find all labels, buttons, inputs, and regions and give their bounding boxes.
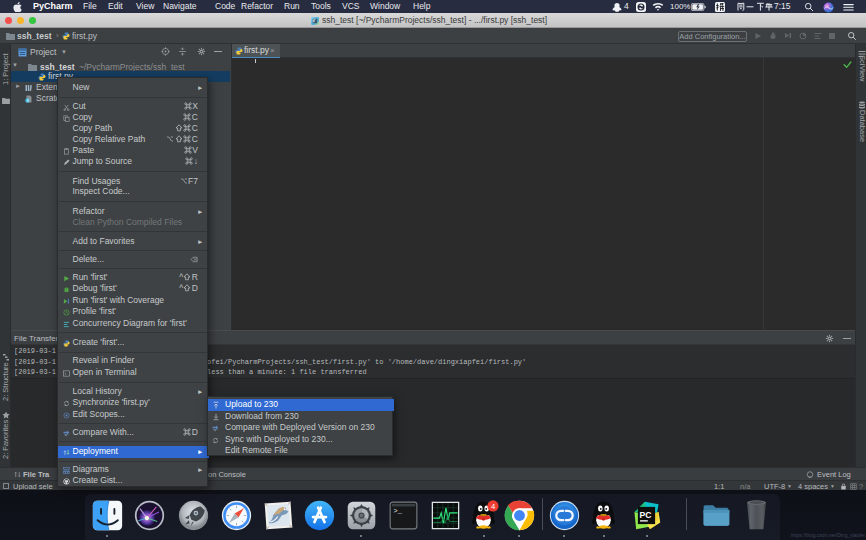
svg-text:>_: >_	[394, 507, 403, 515]
svg-text:PC: PC	[640, 510, 652, 520]
svg-text:4: 4	[491, 502, 496, 511]
